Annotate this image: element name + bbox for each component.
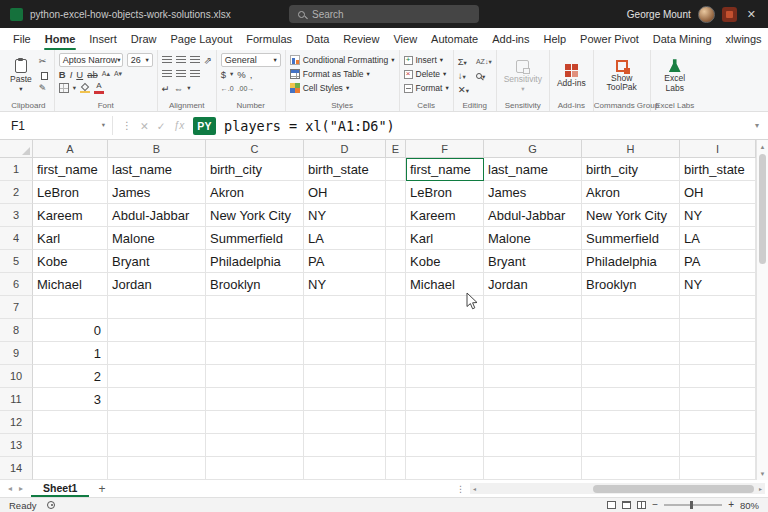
ribbon-tab-data[interactable]: Data — [299, 28, 336, 50]
cell-F9[interactable] — [406, 342, 484, 365]
cell-I10[interactable] — [680, 365, 756, 388]
cell-styles-button[interactable]: Cell Styles ▾ — [290, 81, 395, 95]
cell-C6[interactable]: Brooklyn — [206, 273, 304, 296]
column-header-B[interactable]: B — [108, 140, 206, 158]
cell-C5[interactable]: Philadelphia — [206, 250, 304, 273]
cell-F13[interactable] — [406, 434, 484, 457]
cell-H1[interactable]: birth_city — [582, 158, 680, 181]
cell-B6[interactable]: Jordan — [108, 273, 206, 296]
cell-B7[interactable] — [108, 296, 206, 319]
cell-F4[interactable]: Karl — [406, 227, 484, 250]
row-header-9[interactable]: 9 — [0, 342, 33, 365]
cell-D7[interactable] — [304, 296, 386, 319]
cell-B10[interactable] — [108, 365, 206, 388]
cell-A13[interactable] — [33, 434, 108, 457]
cell-B8[interactable] — [108, 319, 206, 342]
cell-A8[interactable]: 0 — [33, 319, 108, 342]
cell-E9[interactable] — [386, 342, 406, 365]
cell-G5[interactable]: Bryant — [484, 250, 582, 273]
cell-D1[interactable]: birth_state — [304, 158, 386, 181]
cell-H6[interactable]: Brooklyn — [582, 273, 680, 296]
show-toolpak-button[interactable]: Show ToolPak — [598, 53, 646, 99]
confirm-entry-icon[interactable]: ✓ — [157, 120, 166, 132]
cancel-entry-icon[interactable]: ✕ — [140, 120, 149, 132]
cell-G9[interactable] — [484, 342, 582, 365]
cell-C2[interactable]: Akron — [206, 181, 304, 204]
cell-F14[interactable] — [406, 457, 484, 480]
addins-button[interactable]: Add-ins — [554, 53, 589, 99]
cell-F12[interactable] — [406, 411, 484, 434]
column-header-A[interactable]: A — [33, 140, 108, 158]
cell-A4[interactable]: Karl — [33, 227, 108, 250]
cell-C8[interactable] — [206, 319, 304, 342]
cell-G12[interactable] — [484, 411, 582, 434]
cell-F7[interactable] — [406, 296, 484, 319]
cell-H5[interactable]: Philadelphia — [582, 250, 680, 273]
cell-D9[interactable] — [304, 342, 386, 365]
cell-F6[interactable]: Michael — [406, 273, 484, 296]
select-all-corner[interactable] — [0, 140, 33, 158]
cut-button[interactable]: ✂ — [39, 56, 50, 66]
cell-G11[interactable] — [484, 388, 582, 411]
cell-F8[interactable] — [406, 319, 484, 342]
cell-D14[interactable] — [304, 457, 386, 480]
cell-D2[interactable]: OH — [304, 181, 386, 204]
cell-A6[interactable]: Michael — [33, 273, 108, 296]
increase-decimal-button[interactable]: ←.0 — [221, 85, 234, 92]
align-middle-button[interactable] — [176, 56, 186, 64]
cell-H13[interactable] — [582, 434, 680, 457]
cell-B5[interactable]: Bryant — [108, 250, 206, 273]
fill-button[interactable]: ↓▾ — [458, 70, 469, 81]
decrease-decimal-button[interactable]: .00→ — [238, 85, 255, 92]
ribbon-tab-add-ins[interactable]: Add-ins — [485, 28, 536, 50]
borders-button[interactable] — [59, 83, 69, 93]
cell-C13[interactable] — [206, 434, 304, 457]
cell-I7[interactable] — [680, 296, 756, 319]
cell-A12[interactable] — [33, 411, 108, 434]
cell-I12[interactable] — [680, 411, 756, 434]
cell-H8[interactable] — [582, 319, 680, 342]
cell-B4[interactable]: Malone — [108, 227, 206, 250]
ribbon-tab-draw[interactable]: Draw — [124, 28, 164, 50]
align-right-button[interactable] — [190, 70, 200, 78]
column-header-I[interactable]: I — [680, 140, 756, 158]
cell-B11[interactable] — [108, 388, 206, 411]
cell-D11[interactable] — [304, 388, 386, 411]
cell-C7[interactable] — [206, 296, 304, 319]
cell-E5[interactable] — [386, 250, 406, 273]
cell-A9[interactable]: 1 — [33, 342, 108, 365]
add-sheet-button[interactable]: + — [89, 482, 114, 496]
formula-input[interactable]: players = xl("A1:D6") — [224, 118, 395, 134]
row-header-11[interactable]: 11 — [0, 388, 33, 411]
cell-H7[interactable] — [582, 296, 680, 319]
cell-C14[interactable] — [206, 457, 304, 480]
conditional-formatting-button[interactable]: Conditional Formatting ▾ — [290, 53, 395, 67]
cell-A7[interactable] — [33, 296, 108, 319]
zoom-out-icon[interactable]: − — [652, 500, 658, 510]
ribbon-tab-power-pivot[interactable]: Power Pivot — [573, 28, 646, 50]
horizontal-scroll-thumb[interactable] — [593, 485, 754, 493]
scroll-right-icon[interactable]: ▸ — [756, 485, 765, 492]
cell-H2[interactable]: Akron — [582, 181, 680, 204]
row-header-1[interactable]: 1 — [0, 158, 33, 181]
cell-A5[interactable]: Kobe — [33, 250, 108, 273]
clear-button[interactable]: ✕▾ — [458, 84, 469, 95]
cell-I1[interactable]: birth_state — [680, 158, 756, 181]
accessibility-icon[interactable] — [47, 501, 55, 509]
column-header-E[interactable]: E — [386, 140, 406, 158]
cell-G6[interactable]: Jordan — [484, 273, 582, 296]
cell-C10[interactable] — [206, 365, 304, 388]
cell-G4[interactable]: Malone — [484, 227, 582, 250]
cell-D6[interactable]: NY — [304, 273, 386, 296]
search-box[interactable]: Search — [289, 5, 479, 23]
font-name-select[interactable]: Aptos Narrow ▾ — [59, 53, 123, 67]
cell-F3[interactable]: Kareem — [406, 204, 484, 227]
format-as-table-button[interactable]: Format as Table ▾ — [290, 67, 395, 81]
cell-H10[interactable] — [582, 365, 680, 388]
copy-button[interactable] — [41, 72, 48, 80]
cell-D13[interactable] — [304, 434, 386, 457]
column-header-H[interactable]: H — [582, 140, 680, 158]
cell-I9[interactable] — [680, 342, 756, 365]
page-break-view-icon[interactable] — [637, 501, 646, 509]
cell-I5[interactable]: PA — [680, 250, 756, 273]
